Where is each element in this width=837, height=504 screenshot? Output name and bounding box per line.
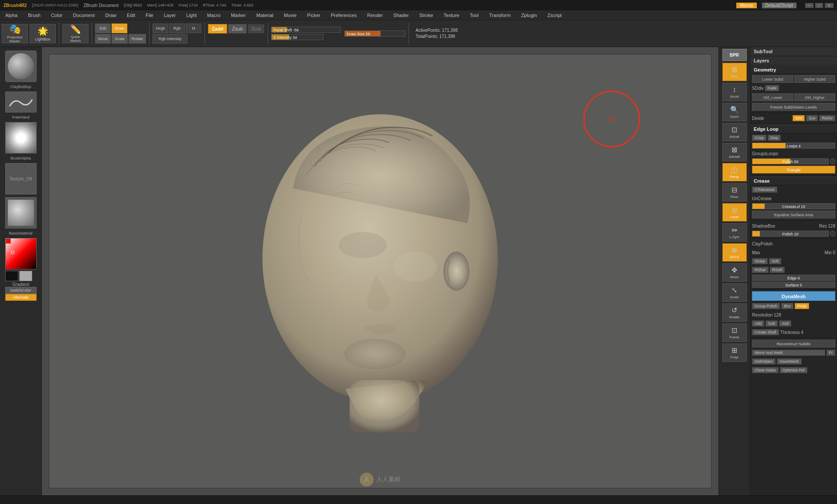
optimize-pol-button[interactable]: Optimize Pol — [780, 367, 807, 373]
scale-button[interactable]: Scale — [112, 34, 128, 44]
brush-alpha-preview[interactable] — [5, 122, 37, 153]
rotate-button[interactable]: Rotate — [129, 34, 146, 44]
basic-material-preview[interactable] — [5, 197, 37, 228]
rsoft-button[interactable]: RSoft — [770, 267, 785, 273]
actual-button[interactable]: ⊡ Actual — [722, 123, 747, 141]
m-button[interactable]: M — [186, 24, 201, 33]
menu-macro[interactable]: Macro — [205, 12, 222, 19]
layers-header[interactable]: Layers — [750, 56, 837, 65]
polish-slider[interactable]: Polish 50 — [752, 158, 829, 164]
lightbox-button[interactable]: 🌟 LightBox — [30, 24, 56, 43]
oxyz-button[interactable]: ⊕ OXYZ — [722, 243, 747, 262]
creaselvl-slider[interactable]: CreaseLvl 15 — [752, 203, 835, 209]
swatch-black[interactable] — [5, 271, 18, 281]
bpr-button[interactable]: BPR — [722, 49, 747, 61]
scale-tool-button[interactable]: ⤡ Scale — [722, 283, 747, 302]
redly-button[interactable]: ReDiv — [819, 115, 835, 121]
menu-picker[interactable]: Picker — [305, 12, 322, 19]
texture-off-preview[interactable]: Texture_Off — [5, 163, 37, 194]
proj-button[interactable]: Proje — [795, 303, 809, 309]
rgb-intensity-button[interactable]: Rgb Intensity — [153, 34, 187, 44]
shadowbox-polish-circle-icon[interactable]: ○ — [830, 231, 835, 236]
move-button[interactable]: Move — [95, 34, 111, 44]
insert-mesh-button[interactable]: InsertMesh — [777, 358, 802, 364]
aahalf-button[interactable]: ⊠ AAHalf — [722, 143, 747, 161]
menu-edit[interactable]: Edit — [125, 12, 137, 19]
persp-button[interactable]: ◫ Persp — [722, 163, 747, 181]
menu-file[interactable]: File — [144, 12, 155, 19]
crisp-button[interactable]: Crisp — [752, 135, 766, 141]
lsym-button[interactable]: ⇔ L.Sym — [722, 223, 747, 242]
surface-slider[interactable]: Surface 0 — [752, 282, 835, 288]
fade-button[interactable]: Fade — [765, 85, 779, 91]
z-intensity-slider[interactable]: Z Intensity 34 — [271, 34, 323, 40]
floor-button[interactable]: ⊟ Floor — [722, 183, 747, 201]
edit-button[interactable]: Edit — [95, 24, 111, 33]
menu-shader[interactable]: Shader — [391, 12, 410, 19]
menu-tool[interactable]: Tool — [468, 12, 480, 19]
zoom-button[interactable]: 🔍 Zoom — [722, 103, 747, 121]
menu-zscript[interactable]: Zscript — [546, 12, 564, 19]
scroll-button[interactable]: ↕ Scroll — [722, 83, 747, 101]
color-gradient[interactable] — [5, 238, 37, 269]
suv-button[interactable]: Suv — [806, 115, 818, 121]
polish-circle-icon[interactable]: ○ — [830, 159, 835, 164]
freeze-subdiv-button[interactable]: Freeze SubDivision Levels — [752, 103, 835, 111]
triangle-button[interactable]: Triangle — [752, 166, 835, 174]
menu-color[interactable]: Color — [49, 12, 64, 19]
freehand-stroke-preview[interactable] — [5, 92, 37, 112]
draw-button[interactable]: Draw — [112, 24, 127, 33]
old-lower-button[interactable]: Old_Lower — [752, 93, 793, 101]
sharp-button[interactable]: Sharp — [752, 258, 768, 264]
sub-button[interactable]: Sub — [766, 320, 778, 327]
swatch-gray[interactable] — [19, 271, 32, 281]
smt-button[interactable]: Smt — [793, 115, 805, 121]
defaultzscript-button[interactable]: DefaultZScript — [762, 3, 796, 8]
menu-stroke[interactable]: Stroke — [418, 12, 435, 19]
loops-slider[interactable]: Loops 4 — [752, 143, 835, 149]
mirror-weld-button[interactable]: Mirror And Weld — [752, 350, 825, 356]
canvas-area[interactable]: ↻ 人 人人素材 — [42, 47, 718, 495]
menu-preferences[interactable]: Preferences — [329, 12, 358, 19]
menu-marker[interactable]: Marker — [229, 12, 248, 19]
and-button[interactable]: And — [779, 320, 791, 327]
rshar-button[interactable]: RShar — [752, 267, 769, 273]
switch-color-button[interactable]: SwitchColor — [5, 287, 37, 294]
zcut-button[interactable]: Zcut — [248, 24, 265, 34]
menu-alpha[interactable]: Alpha — [3, 12, 19, 19]
menus-button[interactable]: Menus — [736, 3, 756, 8]
spix-button[interactable]: ⊞ SPix — [722, 63, 747, 81]
maximize-icon[interactable]: □ — [815, 3, 823, 8]
close-holes-button[interactable]: Close Holes — [752, 367, 779, 373]
menu-document[interactable]: Document — [71, 12, 96, 19]
higher-subdiv-button[interactable]: Higher Subd — [794, 75, 836, 83]
dynmesh-button[interactable]: DynaMesh — [752, 291, 835, 301]
del-hidden-button[interactable]: DelHidden — [752, 358, 776, 364]
menu-layer[interactable]: Layer — [162, 12, 178, 19]
alternate-button[interactable]: Alternate — [5, 294, 37, 301]
reconstruct-subdiv-button[interactable]: Reconstruct Subdiv — [752, 340, 835, 347]
menu-light[interactable]: Light — [184, 12, 198, 19]
edge-slider[interactable]: Edge 0 — [752, 275, 835, 281]
ctolerance-button[interactable]: CTolerance — [752, 187, 777, 193]
zadd-button[interactable]: Zadd — [208, 24, 227, 34]
draw-size-slider[interactable]: Draw Size 59 — [344, 31, 405, 37]
equalize-surface-button[interactable]: Equalize Surface Area — [752, 211, 835, 218]
menu-render[interactable]: Render — [365, 12, 384, 19]
fr-button[interactable]: Fr — [827, 350, 836, 356]
menu-zplugin[interactable]: Zplugin — [520, 12, 539, 19]
frame-button[interactable]: ⊡ Frame — [722, 324, 747, 342]
projection-master-button[interactable]: 🎭 ProjectionMaster — [2, 24, 28, 43]
menu-movie[interactable]: Movie — [282, 12, 298, 19]
mrgb-button[interactable]: Mrgb — [153, 24, 168, 33]
group-polish-button[interactable]: Group Polish — [752, 303, 780, 309]
old-higher-button[interactable]: Old_Higher — [794, 93, 836, 101]
move-tool-button[interactable]: ✥ Move — [722, 263, 747, 282]
add-button[interactable]: Add — [752, 320, 764, 327]
focal-shift-slider[interactable]: Focal Shift -56 — [271, 27, 341, 33]
soft-button[interactable]: Soft — [769, 258, 781, 264]
subtool-header[interactable]: SubTool — [750, 47, 837, 56]
local-button[interactable]: ◎ Local — [722, 203, 747, 221]
menu-transform[interactable]: Transform — [487, 12, 513, 19]
rotate-tool-button[interactable]: ↺ Rotate — [722, 303, 747, 322]
